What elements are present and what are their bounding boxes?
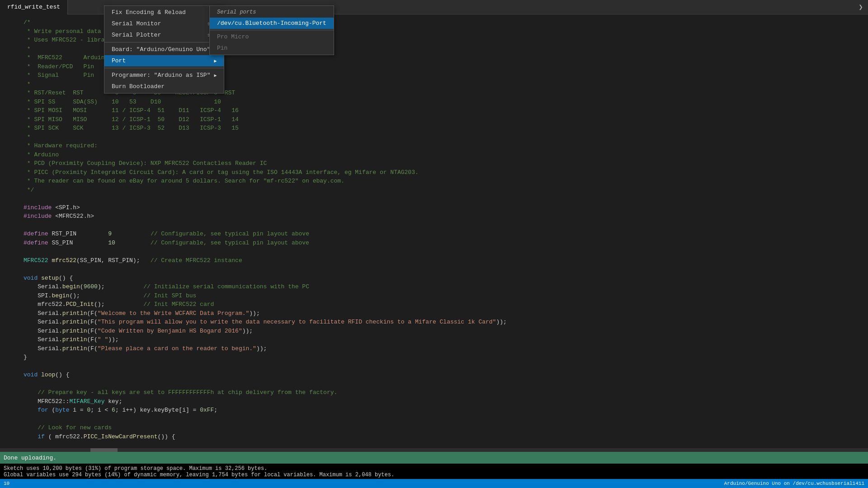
menu-item-burn-bootloader[interactable]: Burn Bootloader xyxy=(104,81,224,92)
port-label: /dev/cu.Bluetooth-Incoming-Port xyxy=(217,20,326,27)
menu-item-label: Programmer: "Arduino as ISP" xyxy=(112,72,210,79)
port-label: Pro Micro xyxy=(217,33,249,40)
submenu-divider xyxy=(210,30,334,30)
menu-item-fix-encoding[interactable]: Fix Encoding & Reload xyxy=(104,7,224,18)
submenu-header: Serial ports xyxy=(210,7,334,18)
menu-item-label: Serial Plotter xyxy=(112,32,161,38)
menu-item-label: Port xyxy=(112,57,126,64)
port-label: Pin xyxy=(217,45,227,52)
tools-menu: Fix Encoding & Reload Serial Monitor ⇧⌘M… xyxy=(104,5,224,94)
menu-item-board[interactable]: Board: "Arduino/Genuino Uno" ▶ xyxy=(104,44,224,55)
menu-divider xyxy=(104,68,224,68)
menu-item-label: Board: "Arduino/Genuino Uno" xyxy=(112,46,210,53)
menu-item-label: Fix Encoding & Reload xyxy=(112,9,186,16)
dropdown-overlay: Fix Encoding & Reload Serial Monitor ⇧⌘M… xyxy=(0,0,868,488)
port-pro-micro[interactable]: Pro Micro xyxy=(210,31,334,42)
port-bluetooth[interactable]: /dev/cu.Bluetooth-Incoming-Port xyxy=(210,18,334,29)
menu-divider xyxy=(104,42,224,42)
submenu-arrow-icon: ▶ xyxy=(214,58,217,64)
port-pin[interactable]: Pin xyxy=(210,42,334,54)
menu-item-serial-plotter[interactable]: Serial Plotter ⇧⌘L xyxy=(104,29,224,41)
port-submenu: Serial ports /dev/cu.Bluetooth-Incoming-… xyxy=(209,5,334,55)
menu-item-label: Burn Bootloader xyxy=(112,83,165,90)
menu-item-port[interactable]: Port ▶ xyxy=(104,55,224,66)
submenu-arrow-icon: ▶ xyxy=(214,73,217,78)
menu-item-label: Serial Monitor xyxy=(112,20,161,27)
menu-item-programmer[interactable]: Programmer: "Arduino as ISP" ▶ xyxy=(104,70,224,81)
menu-item-serial-monitor[interactable]: Serial Monitor ⇧⌘M xyxy=(104,18,224,29)
